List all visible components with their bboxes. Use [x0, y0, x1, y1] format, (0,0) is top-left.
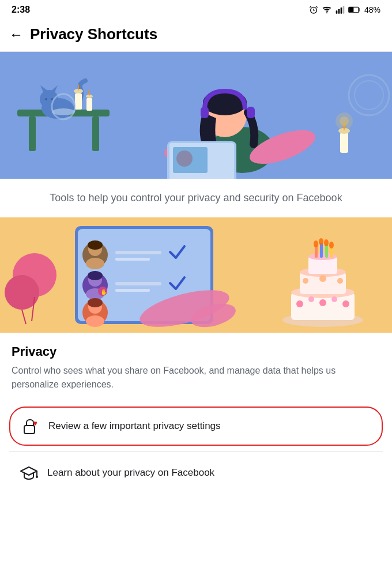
svg-rect-4	[341, 7, 342, 14]
svg-rect-61	[115, 282, 161, 285]
svg-point-22	[52, 108, 75, 115]
wifi-icon	[322, 5, 332, 14]
subtitle-section: Tools to help you control your privacy a…	[0, 179, 392, 217]
svg-point-84	[296, 300, 303, 307]
svg-rect-11	[92, 116, 99, 151]
battery-icon	[348, 6, 361, 14]
svg-rect-36	[340, 133, 348, 153]
svg-point-39	[340, 116, 349, 126]
svg-rect-54	[115, 258, 150, 261]
graduation-icon	[18, 462, 39, 483]
svg-point-88	[342, 300, 349, 307]
svg-point-16	[45, 98, 47, 100]
svg-point-90	[319, 275, 326, 282]
lock-heart-icon	[20, 416, 40, 436]
signal-icon	[336, 5, 345, 14]
subtitle-text: Tools to help you control your privacy a…	[17, 190, 375, 206]
status-icons: 48%	[309, 5, 380, 14]
svg-point-89	[303, 278, 308, 284]
privacy-description: Control who sees what you share on Faceb…	[12, 364, 380, 392]
learn-privacy-button[interactable]: Learn about your privacy on Facebook	[9, 454, 383, 491]
hero-banner-1	[0, 52, 392, 179]
svg-rect-27	[201, 107, 209, 118]
hero-banner-2: ✋	[0, 217, 392, 333]
svg-rect-20	[86, 98, 92, 111]
svg-rect-5	[343, 6, 345, 13]
review-privacy-button[interactable]: Review a few important privacy settings	[9, 407, 383, 446]
svg-point-87	[331, 296, 337, 302]
hero-illustration-2: ✋	[0, 217, 392, 333]
svg-point-80	[314, 240, 318, 247]
status-bar: 2:38 48%	[0, 0, 392, 20]
svg-point-34	[176, 150, 193, 167]
svg-rect-3	[338, 9, 340, 14]
svg-point-65	[86, 315, 104, 327]
svg-point-66	[88, 298, 103, 307]
status-time: 2:38	[12, 5, 30, 15]
svg-point-1	[326, 12, 327, 13]
svg-point-13	[40, 90, 58, 108]
privacy-section: Privacy Control who sees what you share …	[0, 333, 392, 407]
back-button[interactable]: ←	[9, 27, 23, 43]
svg-rect-7	[349, 7, 354, 12]
divider-1	[9, 451, 383, 452]
svg-text:✋: ✋	[100, 288, 108, 296]
svg-rect-28	[247, 107, 255, 118]
svg-point-82	[324, 239, 329, 246]
svg-rect-92	[24, 426, 35, 434]
privacy-heading: Privacy	[12, 344, 380, 359]
battery-percent: 48%	[364, 5, 380, 14]
svg-rect-53	[115, 251, 161, 254]
svg-rect-2	[336, 10, 338, 13]
review-privacy-label: Review a few important privacy settings	[48, 420, 221, 432]
svg-point-85	[308, 296, 314, 302]
svg-point-86	[319, 299, 326, 306]
alarm-icon	[309, 5, 318, 14]
top-nav: ← Privacy Shortcuts	[0, 20, 392, 52]
hero-illustration-1	[0, 52, 392, 179]
svg-point-81	[319, 238, 323, 245]
page-title: Privacy Shortcuts	[30, 25, 157, 43]
svg-rect-18	[75, 93, 82, 110]
svg-marker-93	[21, 467, 37, 475]
svg-point-52	[88, 240, 103, 250]
svg-rect-62	[115, 289, 150, 292]
svg-point-51	[86, 258, 104, 269]
learn-privacy-label: Learn about your privacy on Facebook	[47, 467, 214, 479]
svg-point-58	[88, 271, 103, 280]
svg-point-96	[36, 476, 38, 478]
svg-point-83	[329, 242, 334, 249]
svg-rect-10	[29, 116, 36, 151]
svg-point-91	[337, 278, 343, 284]
